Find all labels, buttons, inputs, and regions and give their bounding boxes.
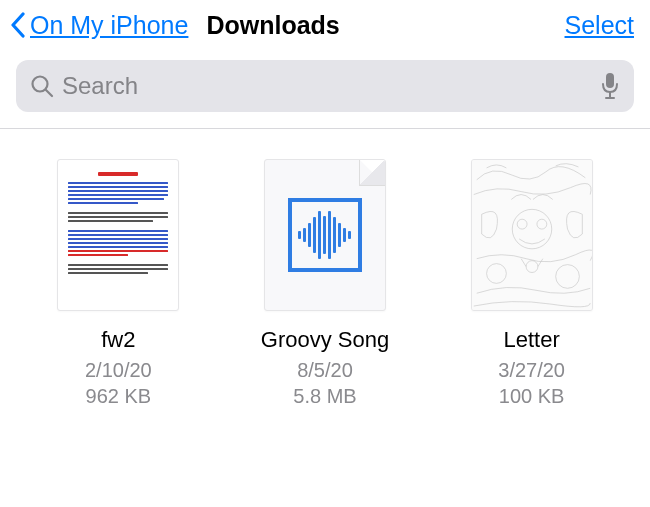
file-date: 2/10/20 <box>85 357 152 383</box>
file-name: fw2 <box>101 327 135 353</box>
page-title: Downloads <box>206 11 339 40</box>
search-input[interactable] <box>62 72 600 100</box>
chevron-left-icon <box>10 12 26 38</box>
svg-rect-2 <box>606 73 614 88</box>
svg-line-1 <box>46 90 52 96</box>
file-grid: fw2 2/10/20 962 KB <box>0 129 650 439</box>
microphone-icon[interactable] <box>600 72 620 100</box>
file-size: 100 KB <box>499 383 565 409</box>
file-item-letter[interactable]: Letter 3/27/20 100 KB <box>442 159 622 409</box>
file-thumbnail-image <box>471 159 593 311</box>
file-size: 962 KB <box>86 383 152 409</box>
back-button[interactable]: On My iPhone <box>10 11 188 40</box>
file-thumbnail-document <box>57 159 179 311</box>
svg-rect-5 <box>472 160 592 310</box>
search-icon <box>30 74 54 98</box>
file-name: Letter <box>504 327 560 353</box>
file-item-groovy-song[interactable]: Groovy Song 8/5/20 5.8 MB <box>235 159 415 409</box>
file-item-fw2[interactable]: fw2 2/10/20 962 KB <box>28 159 208 409</box>
file-size: 5.8 MB <box>293 383 356 409</box>
back-label: On My iPhone <box>30 11 188 40</box>
file-date: 3/27/20 <box>498 357 565 383</box>
file-thumbnail-audio <box>264 159 386 311</box>
file-name: Groovy Song <box>261 327 389 353</box>
search-container <box>0 48 650 129</box>
navigation-bar: On My iPhone Downloads Select <box>0 0 650 48</box>
search-field[interactable] <box>16 60 634 112</box>
select-button[interactable]: Select <box>565 11 634 40</box>
file-date: 8/5/20 <box>297 357 353 383</box>
